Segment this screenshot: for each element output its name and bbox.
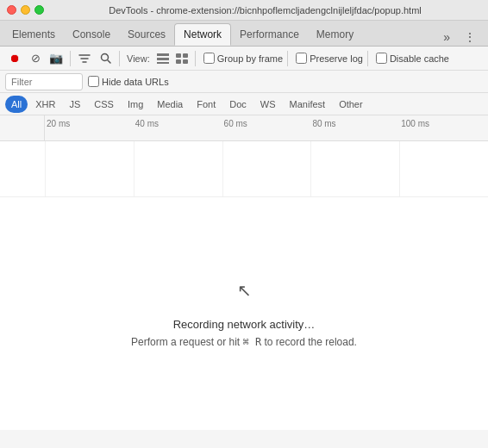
svg-rect-4 <box>157 62 169 64</box>
screenshot-button[interactable]: 📷 <box>47 49 66 68</box>
grid-line-2 <box>222 141 223 196</box>
view-label: View: <box>127 53 150 64</box>
tab-network[interactable]: Network <box>174 23 231 46</box>
timeline-header: 20 ms40 ms60 ms80 ms100 ms <box>0 115 488 141</box>
type-filter-all[interactable]: All <box>5 96 28 113</box>
type-filter-font[interactable]: Font <box>191 96 222 113</box>
empty-state: ↖ Recording network activity… Perform a … <box>0 197 488 430</box>
traffic-lights <box>7 5 44 15</box>
preserve-log-label[interactable]: Preserve log <box>310 53 363 64</box>
tab-performance[interactable]: Performance <box>231 23 308 46</box>
group-icon <box>176 53 188 64</box>
type-filter-doc[interactable]: Doc <box>223 96 253 113</box>
group-by-frame-group: Group by frame <box>203 53 283 64</box>
filter-bar: Hide data URLs <box>0 71 488 93</box>
window-title: DevTools - chrome-extension://bicnhpofle… <box>49 5 481 16</box>
svg-rect-6 <box>183 53 188 58</box>
empty-instruction: Perform a request or hit ⌘ R to record t… <box>131 336 357 348</box>
minimize-button[interactable] <box>21 5 30 15</box>
maximize-button[interactable] <box>34 5 44 15</box>
type-filter-media[interactable]: Media <box>151 96 189 113</box>
type-filter-css[interactable]: CSS <box>88 96 120 113</box>
search-icon <box>100 53 111 64</box>
filter-button[interactable] <box>75 49 94 68</box>
type-filter-xhr[interactable]: XHR <box>29 96 61 113</box>
timeline-tick-20ms: 20 ms <box>45 115 70 140</box>
disable-cache-checkbox[interactable] <box>376 53 387 64</box>
hide-data-urls-checkbox[interactable] <box>88 76 99 87</box>
close-button[interactable] <box>7 5 16 15</box>
timeline-tick-80ms: 80 ms <box>310 115 335 140</box>
svg-rect-3 <box>157 58 169 60</box>
filter-input[interactable] <box>5 73 83 90</box>
tab-memory[interactable]: Memory <box>308 23 362 46</box>
grid-line-0 <box>45 141 46 196</box>
tab-sources[interactable]: Sources <box>119 23 174 46</box>
type-filter-ws[interactable]: WS <box>254 96 282 113</box>
title-bar: DevTools - chrome-extension://bicnhpofle… <box>0 0 488 21</box>
tab-console[interactable]: Console <box>64 23 119 46</box>
grid-line-1 <box>134 141 135 196</box>
group-by-frame-label[interactable]: Group by frame <box>217 53 283 64</box>
hide-data-urls-label[interactable]: Hide data URLs <box>88 76 169 87</box>
waterfall-grid <box>45 141 488 196</box>
instruction-suffix: to record the reload. <box>261 336 357 348</box>
devtools-settings-button[interactable]: ⋮ <box>459 28 481 46</box>
svg-rect-7 <box>176 59 181 64</box>
type-filter-img[interactable]: Img <box>122 96 149 113</box>
separator-5 <box>367 51 368 66</box>
separator-4 <box>287 51 288 66</box>
svg-rect-5 <box>176 53 181 58</box>
type-filter-other[interactable]: Other <box>333 96 369 113</box>
separator-2 <box>119 51 120 66</box>
recording-text: Recording network activity… <box>173 318 316 331</box>
separator-3 <box>195 51 196 66</box>
shortcut-key: ⌘ R <box>242 336 261 348</box>
type-filter-manifest[interactable]: Manifest <box>284 96 332 113</box>
type-filter-bar: All XHR JS CSS Img Media Font Doc WS Man… <box>0 93 488 115</box>
list-icon <box>157 53 169 64</box>
search-button[interactable] <box>96 49 115 68</box>
svg-rect-2 <box>157 53 169 56</box>
disable-cache-label[interactable]: Disable cache <box>390 53 449 64</box>
svg-point-0 <box>101 54 108 61</box>
timeline-label-col <box>0 115 45 140</box>
cursor-icon: ↖ <box>237 280 252 301</box>
group-view-button[interactable] <box>173 50 191 67</box>
main-tabs: Elements Console Sources Network Perform… <box>0 21 488 47</box>
timeline-tick-100ms: 100 ms <box>399 115 429 140</box>
clear-button[interactable]: ⊘ <box>26 49 45 68</box>
separator-1 <box>70 51 71 66</box>
grid-line-4 <box>399 141 400 196</box>
timeline-tick-60ms: 60 ms <box>222 115 247 140</box>
filter-icon <box>78 53 91 65</box>
svg-line-1 <box>108 60 110 63</box>
grid-line-3 <box>310 141 311 196</box>
waterfall-area <box>0 141 488 197</box>
preserve-log-checkbox[interactable] <box>296 53 307 64</box>
more-tabs-button[interactable]: » <box>438 28 455 46</box>
group-by-frame-checkbox[interactable] <box>203 53 215 64</box>
list-view-button[interactable] <box>154 50 172 67</box>
svg-rect-8 <box>183 59 188 64</box>
timeline-axis: 20 ms40 ms60 ms80 ms100 ms <box>45 115 488 140</box>
tab-extras: » ⋮ <box>438 28 485 46</box>
preserve-log-group: Preserve log <box>296 53 363 64</box>
network-toolbar: ⏺ ⊘ 📷 View: Group by frame <box>0 47 488 71</box>
instruction-prefix: Perform a request or hit <box>131 336 242 348</box>
record-button[interactable]: ⏺ <box>5 49 24 68</box>
type-filter-js[interactable]: JS <box>63 96 86 113</box>
disable-cache-group: Disable cache <box>376 53 449 64</box>
timeline-tick-40ms: 40 ms <box>134 115 159 140</box>
tab-elements[interactable]: Elements <box>3 23 64 46</box>
